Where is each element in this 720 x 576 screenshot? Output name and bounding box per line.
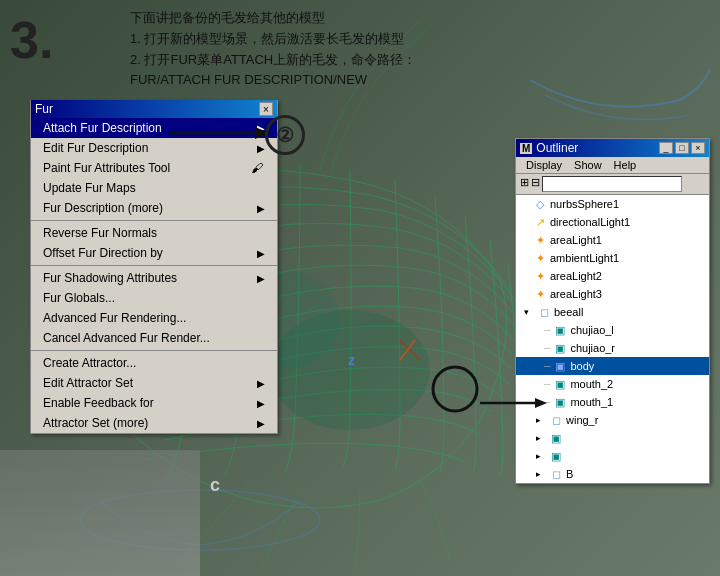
menu-item-paint-fur-label: Paint Fur Attributes Tool [43,161,170,175]
tree-item-extra1[interactable]: ▸ ▣ [516,429,709,447]
outliner-tree: ◇ nurbsSphere1 ↗ directionalLight1 ✦ are… [516,195,709,483]
directional-light-icon: ↗ [532,215,548,229]
dash-line-icon: ─ [544,325,550,335]
menu-item-cancel-advanced-fur[interactable]: Cancel Advanced Fur Render... [31,328,277,348]
menu-separator-3 [31,350,277,351]
tree-label-b: B [566,468,573,480]
svg-rect-5 [0,450,200,576]
extra1-expand-icon[interactable]: ▸ [532,433,544,443]
mouth2-mesh-icon: ▣ [552,377,568,391]
outliner-display-menu[interactable]: Display [520,158,568,172]
tree-item-b[interactable]: ▸ ◻ B [516,465,709,483]
menu-item-edit-attractor[interactable]: Edit Attractor Set ▶ [31,373,277,393]
menu-item-advanced-fur-label: Advanced Fur Rendering... [43,311,186,325]
outliner-window: M Outliner _ □ × Display Show Help ⊞ ⊟ ◇… [515,138,710,484]
menu-item-advanced-fur[interactable]: Advanced Fur Rendering... [31,308,277,328]
extra1-mesh-icon: ▣ [548,431,564,445]
instruction-line-4: FUR/ATTACH FUR DESCRIPTION/NEW [130,70,416,91]
menu-item-fur-shadow[interactable]: Fur Shadowing Attributes ▶ [31,268,277,288]
menu-item-offset-fur[interactable]: Offset Fur Direction by ▶ [31,243,277,263]
instruction-line-1: 下面讲把备份的毛发给其他的模型 [130,8,416,29]
area-light1-icon: ✦ [532,233,548,247]
menu-item-fur-globals[interactable]: Fur Globals... [31,288,277,308]
tree-item-ambientlight1[interactable]: ✦ ambientLight1 [516,249,709,267]
menu-item-reverse-normals-label: Reverse Fur Normals [43,226,157,240]
menu-item-enable-feedback[interactable]: Enable Feedback for ▶ [31,393,277,413]
menu-item-fur-desc-more[interactable]: Fur Description (more) ▶ [31,198,277,218]
menu-item-cancel-advanced-fur-label: Cancel Advanced Fur Render... [43,331,210,345]
extra2-expand-icon[interactable]: ▸ [532,451,544,461]
paint-fur-icon: 🖌 [249,161,265,175]
b-expand-icon[interactable]: ▸ [532,469,544,479]
tree-item-body[interactable]: ─ ▣ body [516,357,709,375]
svg-point-11 [433,367,477,411]
tree-label-wingr: wing_r [566,414,598,426]
outliner-help-menu[interactable]: Help [608,158,643,172]
area-light2-icon: ✦ [532,269,548,283]
menu-item-create-attractor[interactable]: Create Attractor... [31,353,277,373]
outliner-maximize-button[interactable]: □ [675,142,689,154]
tree-item-nurbssphere1[interactable]: ◇ nurbsSphere1 [516,195,709,213]
tree-item-mouth2[interactable]: ─ ▣ mouth_2 [516,375,709,393]
menu-item-edit-attractor-label: Edit Attractor Set [43,376,133,390]
outliner-tool-icon-1: ⊞ [520,176,529,192]
outliner-titlebar: M Outliner _ □ × [516,139,709,157]
outliner-title: M Outliner [520,141,578,155]
fur-menu-close-button[interactable]: × [259,102,273,116]
menu-item-update-fur[interactable]: Update Fur Maps [31,178,277,198]
chujiao-l-mesh-icon: ▣ [552,323,568,337]
menu-item-attractor-set-more[interactable]: Attractor Set (more) ▶ [31,413,277,433]
tree-label-directionallight1: directionalLight1 [550,216,630,228]
tree-item-arealight1[interactable]: ✦ areaLight1 [516,231,709,249]
step-number: 3. [10,10,53,70]
outliner-title-text: Outliner [536,141,578,155]
tree-item-extra2[interactable]: ▸ ▣ [516,447,709,465]
menu-item-fur-desc-more-label: Fur Description (more) [43,201,163,215]
svg-marker-10 [535,398,547,408]
beeall-group-icon: ◻ [536,305,552,319]
svg-text:z: z [348,352,355,368]
tree-label-arealight2: areaLight2 [550,270,602,282]
menu-item-fur-globals-label: Fur Globals... [43,291,115,305]
tree-label-chujiao-l: chujiao_l [570,324,613,336]
tree-item-chujiao-l[interactable]: ─ ▣ chujiao_l [516,321,709,339]
body-arrow [475,393,550,413]
menu-item-reverse-normals[interactable]: Reverse Fur Normals [31,223,277,243]
menu-item-fur-shadow-label: Fur Shadowing Attributes [43,271,177,285]
fur-shadow-arrow-icon: ▶ [257,273,265,284]
chujiao-r-mesh-icon: ▣ [552,341,568,355]
c-label: c [210,475,220,496]
fur-menu: Fur × Attach Fur Description ▶ Edit Fur … [30,100,278,434]
menu-item-offset-fur-label: Offset Fur Direction by [43,246,163,260]
dash-line-icon: ─ [544,379,550,389]
menu-item-paint-fur[interactable]: Paint Fur Attributes Tool 🖌 [31,158,277,178]
tree-item-arealight3[interactable]: ✦ areaLight3 [516,285,709,303]
mouth1-mesh-icon: ▣ [552,395,568,409]
outliner-search-input[interactable] [542,176,682,192]
body-mesh-icon: ▣ [552,359,568,373]
outliner-close-button[interactable]: × [691,142,705,154]
tree-label-nurbssphere1: nurbsSphere1 [550,198,619,210]
wingr-expand-icon[interactable]: ▸ [532,415,544,425]
tree-item-chujiao-r[interactable]: ─ ▣ chujiao_r [516,339,709,357]
tree-label-arealight1: areaLight1 [550,234,602,246]
tree-item-beeall[interactable]: ▾ ◻ beeall [516,303,709,321]
menu-item-enable-feedback-label: Enable Feedback for [43,396,154,410]
tree-item-arealight2[interactable]: ✦ areaLight2 [516,267,709,285]
dash-line-icon: ─ [544,343,550,353]
menu-separator-2 [31,265,277,266]
menu-item-attach-fur-label: Attach Fur Description [43,121,162,135]
dash-line-icon: ─ [544,361,550,371]
tree-item-wing-r[interactable]: ▸ ◻ wing_r [516,411,709,429]
tree-label-mouth2: mouth_2 [570,378,613,390]
outliner-show-menu[interactable]: Show [568,158,608,172]
edit-attractor-arrow-icon: ▶ [257,378,265,389]
b-icon: ◻ [548,467,564,481]
outliner-minimize-button[interactable]: _ [659,142,673,154]
menu-item-attractor-set-more-label: Attractor Set (more) [43,416,148,430]
tree-item-directionallight1[interactable]: ↗ directionalLight1 [516,213,709,231]
beeall-expand-icon[interactable]: ▾ [520,307,532,317]
menu-separator-1 [31,220,277,221]
enable-feedback-arrow-icon: ▶ [257,398,265,409]
outliner-tool-icon-2: ⊟ [531,176,540,192]
